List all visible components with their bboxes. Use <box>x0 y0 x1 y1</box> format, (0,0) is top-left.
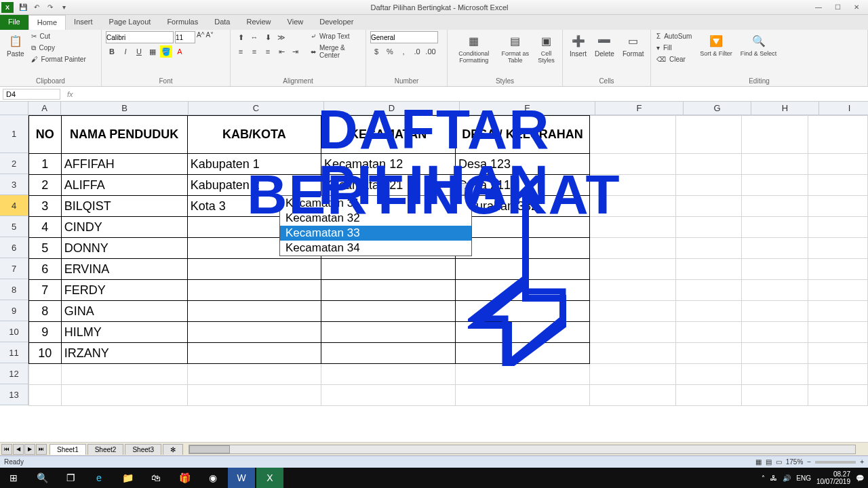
cell-nama-9[interactable]: GINA <box>61 301 187 322</box>
dropdown-option[interactable]: Kecamatan 33 <box>280 226 471 241</box>
column-header-B[interactable]: B <box>61 102 189 115</box>
tray-lang[interactable]: ENG <box>796 474 811 482</box>
cell-nama-2[interactable]: AFFIFAH <box>61 154 187 175</box>
dropdown-option[interactable]: Kecamatan 31 <box>280 196 471 211</box>
cell-kab-2[interactable]: Kabupaten 1 <box>187 154 321 175</box>
chrome-icon[interactable]: ◉ <box>199 468 226 488</box>
sheet-nav-prev[interactable]: ◀ <box>13 444 24 455</box>
cell-kec-2[interactable]: Kecamatan 12 <box>321 154 456 175</box>
merge-button[interactable]: ⬌ Merge & Center <box>309 43 361 60</box>
cell-desa-3[interactable]: Desa 211 <box>456 175 590 196</box>
number-format-select[interactable] <box>370 31 438 43</box>
row-header-4[interactable]: 4 <box>0 195 28 216</box>
cut-button[interactable]: ✂ Cut <box>30 31 89 41</box>
close-button[interactable]: ✕ <box>848 2 865 13</box>
edge-icon[interactable]: e <box>85 468 113 488</box>
header-desa[interactable]: DESA / KELURAHAN <box>456 116 590 154</box>
cell-styles-button[interactable]: ▣Cell Styles <box>534 31 558 65</box>
cell-nama-5[interactable]: CINDY <box>61 217 187 238</box>
cell-desa-11[interactable] <box>456 343 590 364</box>
tab-formulas[interactable]: Formulas <box>159 15 206 30</box>
delete-cells-button[interactable]: ➖Delete <box>592 31 617 59</box>
column-header-A[interactable]: A <box>28 102 61 115</box>
tab-view[interactable]: View <box>279 15 312 30</box>
header-kab[interactable]: KAB/KOTA <box>187 116 321 154</box>
italic-button[interactable]: I <box>119 45 132 58</box>
zoom-out-button[interactable]: − <box>807 458 811 466</box>
cell-nama-11[interactable]: IRZANY <box>61 343 187 364</box>
cell-nama-4[interactable]: BILQIST <box>61 196 187 217</box>
cell-nama-3[interactable]: ALIFFA <box>61 175 187 196</box>
select-all-corner[interactable] <box>0 102 28 115</box>
column-header-C[interactable]: C <box>189 102 324 115</box>
row-header-9[interactable]: 9 <box>0 300 28 321</box>
find-select-button[interactable]: 🔍Find & Select <box>738 31 780 58</box>
tab-developer[interactable]: Developer <box>311 15 361 30</box>
tray-volume-icon[interactable]: 🔊 <box>783 474 791 482</box>
validation-dropdown-list[interactable]: Kecamatan 31Kecamatan 32Kecamatan 33Keca… <box>279 195 472 256</box>
spreadsheet-grid[interactable]: ABCDEFGHI 12345678910111213 NONAMA PENDU… <box>0 102 868 481</box>
zoom-level[interactable]: 175% <box>786 458 804 466</box>
sheet-tab-2[interactable]: Sheet2 <box>87 444 124 455</box>
cell-desa-2[interactable]: Desa 123 <box>456 154 590 175</box>
tray-network-icon[interactable]: 🖧 <box>770 474 777 482</box>
cell-no-5[interactable]: 4 <box>29 217 62 238</box>
cell-no-2[interactable]: 1 <box>29 154 62 175</box>
font-name-select[interactable] <box>106 31 174 43</box>
cell-desa-6[interactable] <box>456 238 590 259</box>
tab-review[interactable]: Review <box>238 15 279 30</box>
copy-button[interactable]: ⧉ Copy <box>30 43 89 53</box>
cell-kec-3[interactable]: Kecamatan 21 <box>321 175 456 196</box>
cell-no-10[interactable]: 9 <box>29 322 62 343</box>
cell-nama-8[interactable]: FERDY <box>61 280 187 301</box>
format-painter-button[interactable]: 🖌 Format Painter <box>30 54 89 64</box>
maximize-button[interactable]: ☐ <box>829 2 846 13</box>
fill-button[interactable]: ▾ Fill <box>655 43 694 53</box>
column-header-H[interactable]: H <box>751 102 819 115</box>
wrap-text-button[interactable]: ⤶ Wrap Text <box>309 31 361 41</box>
sheet-tab-1[interactable]: Sheet1 <box>50 444 86 455</box>
validation-dropdown-button[interactable]: ▾ <box>460 183 472 195</box>
header-kec[interactable]: KECAMATAN <box>321 116 456 154</box>
fx-icon[interactable]: fx <box>67 90 73 98</box>
view-layout-icon[interactable]: ▤ <box>766 458 772 466</box>
row-header-1[interactable]: 1 <box>0 115 28 153</box>
cell-desa-4[interactable]: Kelurahan 332 <box>456 196 590 217</box>
tab-file[interactable]: File <box>0 15 28 30</box>
cell-nama-7[interactable]: ERVINA <box>61 259 187 280</box>
fill-color-button[interactable]: 🪣 <box>160 45 172 58</box>
cell-kec-8[interactable] <box>321 280 456 301</box>
tab-data[interactable]: Data <box>206 15 238 30</box>
row-header-2[interactable]: 2 <box>0 153 28 174</box>
cell-desa-7[interactable] <box>456 259 590 280</box>
cell-no-4[interactable]: 3 <box>29 196 62 217</box>
tray-notifications-icon[interactable]: 💬 <box>856 474 864 482</box>
cell-nama-10[interactable]: HILMY <box>61 322 187 343</box>
header-nama[interactable]: NAMA PENDUDUK <box>61 116 187 154</box>
app-icon-1[interactable]: 🎁 <box>171 468 198 488</box>
sheet-tab-new[interactable]: ✻ <box>163 444 183 455</box>
column-header-D[interactable]: D <box>324 102 460 115</box>
column-header-F[interactable]: F <box>595 102 684 115</box>
row-header-8[interactable]: 8 <box>0 279 28 300</box>
header-no[interactable]: NO <box>29 116 62 154</box>
cell-desa-10[interactable] <box>456 322 590 343</box>
explorer-icon[interactable]: 📁 <box>114 468 141 488</box>
view-pagebreak-icon[interactable]: ▭ <box>776 458 782 466</box>
sheet-nav-next[interactable]: ▶ <box>24 444 35 455</box>
cell-no-7[interactable]: 6 <box>29 259 62 280</box>
insert-cells-button[interactable]: ➕Insert <box>567 31 589 59</box>
zoom-slider[interactable] <box>815 461 856 464</box>
tray-clock[interactable]: 08.2710/07/2019 <box>816 470 850 485</box>
name-box[interactable] <box>3 89 60 100</box>
save-icon[interactable]: 💾 <box>18 2 28 13</box>
dropdown-option[interactable]: Kecamatan 34 <box>280 241 471 256</box>
align-center[interactable]: ≡ <box>248 45 260 58</box>
cell-no-6[interactable]: 5 <box>29 238 62 259</box>
cell-kab-7[interactable] <box>187 259 321 280</box>
sheet-tab-3[interactable]: Sheet3 <box>125 444 161 455</box>
row-header-7[interactable]: 7 <box>0 258 28 279</box>
excel-taskbar-icon[interactable]: X <box>256 468 283 488</box>
underline-button[interactable]: U <box>133 45 145 58</box>
cell-kab-3[interactable]: Kabupaten 2 <box>187 175 321 196</box>
